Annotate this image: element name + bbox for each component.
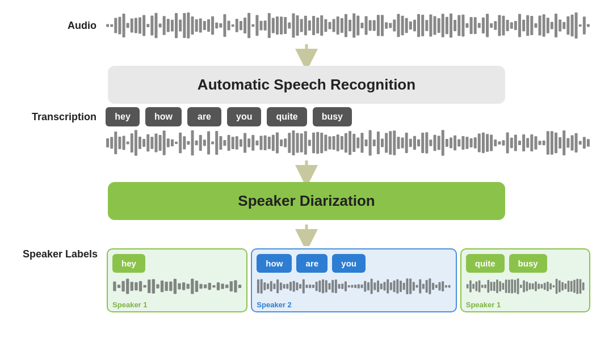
svg-rect-71 <box>393 20 396 32</box>
svg-rect-151 <box>228 135 230 151</box>
svg-rect-364 <box>559 280 561 292</box>
svg-rect-32 <box>236 19 238 32</box>
svg-rect-223 <box>518 141 521 145</box>
svg-rect-232 <box>555 133 557 153</box>
token-how: how <box>145 107 182 126</box>
audio-row: Audio <box>23 11 590 40</box>
svg-rect-197 <box>413 136 416 150</box>
svg-rect-261 <box>191 279 194 294</box>
svg-rect-292 <box>319 281 321 293</box>
token-spk1-quite: quite <box>466 254 505 273</box>
svg-rect-127 <box>131 133 133 153</box>
token-hey: hey <box>106 107 140 126</box>
svg-rect-112 <box>559 20 561 32</box>
arrow-labels <box>295 223 318 246</box>
token-spk2-how: how <box>257 254 292 273</box>
svg-rect-159 <box>259 136 262 150</box>
svg-rect-263 <box>199 284 202 289</box>
svg-rect-248 <box>135 282 137 291</box>
svg-rect-78 <box>421 15 424 36</box>
svg-rect-369 <box>573 280 576 293</box>
svg-rect-311 <box>380 283 383 289</box>
svg-rect-20 <box>187 12 190 39</box>
svg-rect-7 <box>135 18 137 33</box>
svg-rect-296 <box>332 280 334 293</box>
svg-rect-312 <box>384 282 386 290</box>
svg-rect-30 <box>228 21 230 31</box>
svg-rect-19 <box>183 13 186 38</box>
svg-rect-118 <box>583 16 586 35</box>
svg-rect-235 <box>566 138 569 148</box>
svg-rect-333 <box>467 284 469 289</box>
svg-rect-73 <box>401 16 404 35</box>
svg-rect-367 <box>567 281 569 292</box>
svg-rect-2 <box>114 18 117 33</box>
svg-rect-259 <box>182 282 185 290</box>
svg-rect-252 <box>152 279 155 293</box>
svg-rect-129 <box>138 137 141 149</box>
svg-rect-201 <box>429 139 432 146</box>
svg-rect-143 <box>195 141 198 146</box>
svg-rect-186 <box>369 130 372 155</box>
svg-rect-245 <box>122 281 125 292</box>
svg-rect-190 <box>385 133 388 153</box>
svg-rect-314 <box>390 282 392 290</box>
svg-rect-75 <box>409 22 412 29</box>
svg-rect-295 <box>329 283 331 290</box>
svg-rect-65 <box>369 20 372 31</box>
token-are: are <box>187 107 221 126</box>
svg-rect-253 <box>156 284 159 288</box>
svg-rect-57 <box>337 16 339 35</box>
svg-rect-226 <box>530 134 533 151</box>
svg-rect-191 <box>389 131 392 155</box>
svg-rect-353 <box>526 282 528 291</box>
svg-rect-48 <box>300 19 303 32</box>
svg-rect-142 <box>191 130 194 156</box>
svg-rect-272 <box>238 285 241 288</box>
svg-rect-321 <box>413 282 415 291</box>
svg-rect-228 <box>539 141 541 145</box>
svg-rect-306 <box>364 281 367 291</box>
svg-rect-15 <box>167 19 170 32</box>
waveform2 <box>106 129 590 157</box>
svg-rect-138 <box>175 142 178 144</box>
token-you: you <box>227 107 261 126</box>
svg-rect-313 <box>387 280 389 294</box>
speaker1-left-segment: hey Speaker 1 <box>107 248 247 312</box>
svg-rect-94 <box>486 14 489 37</box>
svg-rect-195 <box>405 133 408 153</box>
svg-rect-29 <box>223 14 226 37</box>
svg-rect-144 <box>199 135 202 151</box>
svg-rect-35 <box>247 13 250 38</box>
svg-rect-1 <box>110 24 113 27</box>
svg-rect-113 <box>562 22 565 29</box>
speaker1-right-segment: quite busy Speaker 1 <box>460 248 590 312</box>
svg-rect-13 <box>159 24 162 28</box>
svg-rect-171 <box>308 140 311 146</box>
svg-rect-99 <box>506 20 509 31</box>
svg-rect-331 <box>445 285 447 287</box>
svg-rect-45 <box>288 23 291 29</box>
svg-rect-343 <box>496 280 498 293</box>
svg-rect-39 <box>264 20 267 31</box>
svg-rect-158 <box>255 141 258 146</box>
token-spk1-busy: busy <box>509 254 547 273</box>
svg-rect-293 <box>322 280 324 294</box>
svg-rect-54 <box>324 19 327 32</box>
svg-rect-234 <box>562 130 565 155</box>
svg-rect-224 <box>522 134 525 151</box>
svg-rect-86 <box>454 20 456 31</box>
svg-rect-238 <box>579 141 582 145</box>
svg-rect-290 <box>312 285 314 288</box>
svg-rect-250 <box>144 285 146 287</box>
svg-rect-329 <box>439 282 441 291</box>
svg-rect-371 <box>579 279 581 294</box>
svg-rect-182 <box>352 134 355 152</box>
svg-rect-275 <box>264 282 266 290</box>
svg-rect-175 <box>324 135 327 151</box>
svg-rect-106 <box>534 23 537 28</box>
svg-rect-87 <box>457 15 460 36</box>
svg-rect-77 <box>417 14 420 37</box>
svg-rect-271 <box>234 280 237 293</box>
svg-rect-310 <box>377 281 379 293</box>
